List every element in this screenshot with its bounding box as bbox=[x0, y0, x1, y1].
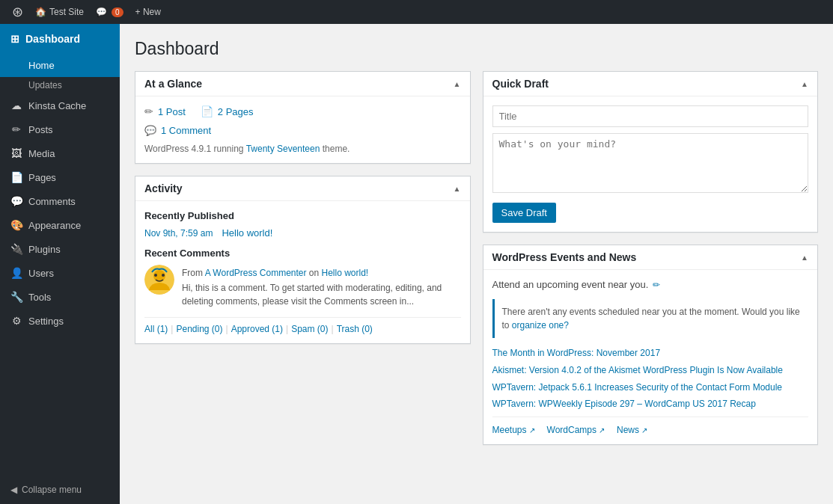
sidebar-item-tools[interactable]: 🔧 Tools bbox=[0, 285, 120, 309]
filter-all[interactable]: All (1) bbox=[144, 324, 168, 334]
news-external-icon: ↗ bbox=[641, 426, 647, 434]
at-a-glance-header[interactable]: At a Glance ▲ bbox=[135, 72, 470, 96]
comment-post-link[interactable]: Hello world! bbox=[322, 268, 369, 278]
sidebar-item-posts[interactable]: ✏ Posts bbox=[0, 117, 120, 141]
main-content: Dashboard At a Glance ▲ ✏ 1 Post bbox=[120, 24, 833, 504]
quick-draft-title: Quick Draft bbox=[492, 78, 549, 90]
collapse-icon: ◀ bbox=[10, 485, 17, 495]
at-a-glance-body: ✏ 1 Post 📄 2 Pages 💬 1 Comment bbox=[135, 96, 470, 163]
quick-draft-toggle[interactable]: ▲ bbox=[801, 80, 808, 88]
meetups-link[interactable]: Meetups ↗ bbox=[492, 425, 535, 435]
news-item-0[interactable]: The Month in WordPress: November 2017 bbox=[492, 347, 809, 360]
at-a-glance-widget: At a Glance ▲ ✏ 1 Post 📄 2 Pages bbox=[135, 71, 471, 164]
comment-author-link[interactable]: A WordPress Commenter bbox=[205, 268, 307, 278]
organize-link[interactable]: organize one? bbox=[512, 320, 569, 331]
comment-row: From A WordPress Commenter on Hello worl… bbox=[144, 265, 461, 310]
post-count-link[interactable]: ✏ 1 Post bbox=[144, 105, 186, 117]
events-news-title: WordPress Events and News bbox=[492, 251, 637, 263]
filter-pending[interactable]: Pending (0) bbox=[176, 324, 222, 334]
sidebar-item-pages[interactable]: 📄 Pages bbox=[0, 165, 120, 189]
pages-icon: 📄 bbox=[10, 171, 22, 183]
comment-text: From A WordPress Commenter on Hello worl… bbox=[182, 265, 461, 310]
wp-logo[interactable]: ⊛ bbox=[6, 0, 29, 24]
meetups-external-icon: ↗ bbox=[529, 426, 535, 434]
collapse-menu-button[interactable]: ◀ Collapse menu bbox=[0, 476, 120, 504]
admin-bar: ⊛ 🏠 Test Site 💬 0 + New bbox=[0, 0, 833, 24]
avatar bbox=[144, 265, 174, 295]
dashboard-grid: At a Glance ▲ ✏ 1 Post 📄 2 Pages bbox=[135, 71, 818, 445]
activity-header[interactable]: Activity ▲ bbox=[135, 176, 470, 201]
filter-spam[interactable]: Spam (0) bbox=[291, 324, 328, 334]
new-button[interactable]: + New bbox=[129, 0, 167, 24]
filter-approved[interactable]: Approved (1) bbox=[231, 324, 283, 334]
sidebar: ⊞ Dashboard Home Updates ☁ Kinsta Cache … bbox=[0, 24, 120, 504]
at-a-glance-title: At a Glance bbox=[144, 78, 202, 90]
appearance-icon: 🎨 bbox=[10, 219, 22, 231]
published-post-link[interactable]: Hello world! bbox=[222, 227, 272, 239]
sidebar-logo[interactable]: ⊞ Dashboard bbox=[0, 24, 120, 54]
events-news-toggle[interactable]: ▲ bbox=[801, 253, 808, 262]
sidebar-item-comments[interactable]: 💬 Comments bbox=[0, 189, 120, 213]
events-news-widget: WordPress Events and News ▲ Attend an up… bbox=[483, 245, 819, 445]
save-draft-button[interactable]: Save Draft bbox=[492, 203, 556, 223]
activity-toggle[interactable]: ▲ bbox=[454, 185, 461, 193]
post-icon: ✏ bbox=[144, 105, 153, 117]
published-row: Nov 9th, 7:59 am Hello world! bbox=[144, 227, 461, 239]
news-item-1[interactable]: Akismet: Version 4.0.2 of the Akismet Wo… bbox=[492, 364, 809, 377]
home-icon: 🏠 bbox=[35, 7, 46, 17]
attend-event-text: Attend an upcoming event near you. ✏ bbox=[492, 279, 809, 290]
news-link-footer[interactable]: News ↗ bbox=[617, 425, 647, 435]
wordcamps-link[interactable]: WordCamps ↗ bbox=[547, 425, 605, 435]
quick-draft-body: Save Draft bbox=[483, 96, 818, 232]
wp-info: WordPress 4.9.1 running Twenty Seventeen… bbox=[144, 144, 461, 154]
draft-title-input[interactable] bbox=[492, 105, 809, 127]
tools-icon: 🔧 bbox=[10, 291, 22, 303]
activity-widget: Activity ▲ Recently Published Nov 9th, 7… bbox=[135, 176, 471, 344]
kinsta-icon: ☁ bbox=[10, 99, 22, 111]
sidebar-sub-updates[interactable]: Updates bbox=[0, 77, 120, 93]
comments-button[interactable]: 💬 0 bbox=[90, 0, 129, 24]
right-column: Quick Draft ▲ Save Draft WordPress Event… bbox=[483, 71, 819, 445]
comments-badge: 0 bbox=[112, 7, 123, 17]
published-date: Nov 9th, 7:59 am bbox=[144, 228, 213, 239]
activity-body: Recently Published Nov 9th, 7:59 am Hell… bbox=[135, 201, 470, 343]
page-icon: 📄 bbox=[201, 105, 213, 117]
users-icon: 👤 bbox=[10, 267, 22, 279]
sidebar-item-users[interactable]: 👤 Users bbox=[0, 261, 120, 285]
plugins-icon: 🔌 bbox=[10, 243, 22, 255]
edit-location-icon[interactable]: ✏ bbox=[653, 280, 660, 290]
left-column: At a Glance ▲ ✏ 1 Post 📄 2 Pages bbox=[135, 71, 471, 445]
at-a-glance-toggle[interactable]: ▲ bbox=[454, 80, 461, 88]
comment-filter-bar: All (1) | Pending (0) | Approved (1) | S… bbox=[144, 317, 461, 334]
sidebar-item-appearance[interactable]: 🎨 Appearance bbox=[0, 213, 120, 237]
site-name[interactable]: 🏠 Test Site bbox=[29, 0, 90, 24]
sidebar-item-plugins[interactable]: 🔌 Plugins bbox=[0, 237, 120, 261]
sidebar-item-media[interactable]: 🖼 Media bbox=[0, 141, 120, 165]
events-news-header[interactable]: WordPress Events and News ▲ bbox=[483, 245, 818, 270]
page-title: Dashboard bbox=[135, 39, 818, 59]
theme-link[interactable]: Twenty Seventeen bbox=[246, 144, 320, 154]
events-footer: Meetups ↗ WordCamps ↗ News ↗ bbox=[492, 417, 809, 435]
svg-point-3 bbox=[162, 274, 165, 277]
news-item-3[interactable]: WPTavern: WPWeekly Episode 297 – WordCam… bbox=[492, 398, 809, 411]
comment-count-row: 💬 1 Comment bbox=[144, 125, 461, 136]
comments-nav-icon: 💬 bbox=[10, 195, 22, 207]
page-count-link[interactable]: 📄 2 Pages bbox=[201, 105, 254, 117]
sidebar-item-home[interactable]: Home bbox=[0, 54, 120, 77]
draft-body-input[interactable] bbox=[492, 133, 809, 193]
comment-count-link[interactable]: 1 Comment bbox=[161, 125, 211, 136]
sidebar-item-kinsta-cache[interactable]: ☁ Kinsta Cache bbox=[0, 93, 120, 117]
events-news-body: Attend an upcoming event near you. ✏ The… bbox=[483, 270, 818, 444]
dashboard-icon: ⊞ bbox=[10, 33, 19, 45]
quick-draft-header[interactable]: Quick Draft ▲ bbox=[483, 72, 818, 96]
comment-icon: 💬 bbox=[96, 7, 107, 17]
wordcamps-external-icon: ↗ bbox=[599, 426, 605, 434]
filter-trash[interactable]: Trash (0) bbox=[337, 324, 373, 334]
sidebar-item-settings[interactable]: ⚙ Settings bbox=[0, 309, 120, 333]
no-events-notice: There aren't any events scheduled near y… bbox=[492, 299, 809, 338]
quick-draft-widget: Quick Draft ▲ Save Draft bbox=[483, 71, 819, 233]
news-item-2[interactable]: WPTavern: Jetpack 5.6.1 Increases Securi… bbox=[492, 381, 809, 394]
wp-logo-icon: ⊛ bbox=[12, 4, 23, 20]
posts-icon: ✏ bbox=[10, 123, 22, 135]
settings-icon: ⚙ bbox=[10, 315, 22, 327]
